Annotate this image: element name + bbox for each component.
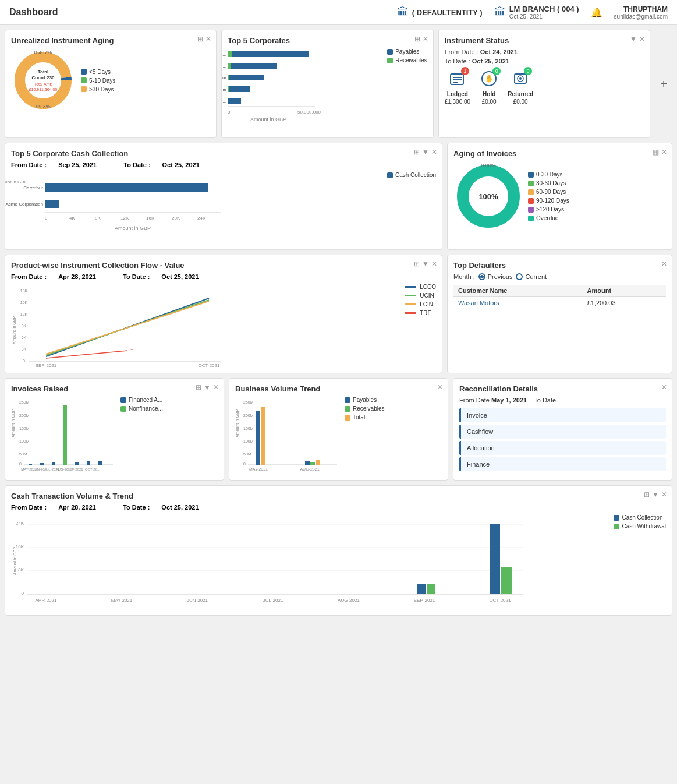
close-icon-def[interactable]: ✕ (661, 260, 667, 268)
radio-current[interactable]: Current (516, 273, 547, 280)
ct-date-row: From Date : Apr 28, 2021 To Date : Oct 2… (11, 504, 666, 511)
svg-rect-73 (29, 464, 32, 465)
svg-text:APR-2021: APR-2021 (36, 598, 57, 603)
svg-text:150M: 150M (243, 426, 254, 430)
recon-cashflow[interactable]: Cashflow (459, 425, 666, 439)
svg-rect-78 (98, 461, 102, 465)
svg-text:16K: 16K (16, 544, 24, 549)
def-title: Top Defaulters (453, 261, 666, 270)
grid-icon-ct[interactable]: ⊞ (644, 490, 650, 499)
svg-rect-13 (228, 86, 229, 92)
customer-name: Wasan Motors (453, 297, 583, 309)
bank-icon-1: 🏛 (397, 6, 409, 19)
returned-amount: £0.00 (513, 98, 528, 105)
prod-legend-lcco: LCCO (405, 284, 436, 290)
svg-rect-116 (417, 584, 426, 594)
svg-text:AUG-2021: AUG-2021 (338, 598, 360, 603)
widget-actions-prod: ⊞ ▼ ✕ (414, 260, 437, 268)
recon-finance[interactable]: Finance (459, 457, 666, 471)
ct-from-date: Apr 28, 2021 (58, 504, 96, 511)
close-icon-ct[interactable]: ✕ (661, 490, 667, 499)
total-amt: Total Amt: £10,911,364.00 (27, 81, 59, 91)
row-1: ⊞ ✕ Unrealized Instrument Aging Total Co… (5, 30, 672, 138)
grid-icon-aging[interactable]: ⊞ (197, 35, 203, 43)
entity2-name[interactable]: LM BRANCH ( 004 ) (509, 5, 579, 13)
cash-legend-dot (387, 172, 393, 178)
ct-to-date: Oct 25, 2021 (161, 504, 199, 511)
svg-text:6K: 6K (22, 336, 27, 340)
close-icon-inv[interactable]: ✕ (213, 383, 219, 391)
svg-text:Amount in GBP: Amount in GBP (250, 116, 286, 122)
bar-icon-aginv[interactable]: ▦ (653, 148, 659, 156)
top5-legend-receivables: Receivables (387, 57, 427, 63)
total-count: Total Count:230 (27, 69, 59, 82)
aginv-title: Aging of Invoices (453, 149, 666, 158)
customer-amount: £1,200.03 (583, 297, 666, 309)
top-pct: 0.407% (34, 50, 52, 55)
svg-rect-35 (45, 200, 59, 208)
instr-lodged[interactable]: 1 Lodged £1,300.00 (445, 69, 471, 105)
svg-text:20K: 20K (172, 216, 180, 221)
filter-icon-instr[interactable]: ▼ (630, 35, 637, 43)
close-icon-bvt[interactable]: ✕ (437, 383, 443, 391)
instr-hold[interactable]: ✋ 0 Hold £0.00 (480, 69, 498, 105)
legend-label-2: 5-10 Days (89, 77, 116, 84)
col-customer: Customer Name (453, 285, 583, 297)
recon-invoice[interactable]: Invoice (459, 408, 666, 422)
svg-rect-4 (228, 51, 232, 57)
svg-rect-16 (228, 98, 228, 104)
top5-chart: Wasan Mot... Future Gro... Carrefour Dan… (228, 48, 382, 132)
legend-item-1: <5 Days (81, 69, 116, 75)
col-amount: Amount (583, 285, 666, 297)
close-icon-cash[interactable]: ✕ (431, 148, 437, 156)
grid-icon-prod[interactable]: ⊞ (414, 260, 420, 268)
row-2: ⊞ ▼ ✕ Top 5 Corporate Cash Collection Fr… (5, 143, 672, 250)
widget-actions-recon: ✕ (661, 383, 667, 391)
aginv-legend-120plus: >120 Days (528, 206, 569, 213)
bell-icon[interactable]: 🔔 (591, 7, 602, 18)
close-icon-recon[interactable]: ✕ (661, 383, 667, 391)
filter-icon-inv[interactable]: ▼ (204, 383, 211, 391)
prod-title: Product-wise Instrument Collection Flow … (11, 261, 436, 270)
close-icon-aginv[interactable]: ✕ (661, 148, 667, 156)
recon-allocation[interactable]: Allocation (459, 441, 666, 455)
close-icon-aging[interactable]: ✕ (205, 35, 211, 43)
entity1-name[interactable]: ( DEFAULTENTITY ) (412, 8, 483, 17)
add-widget-button[interactable]: + (655, 30, 672, 138)
def-month-label: Month : (453, 273, 475, 280)
svg-text:OCT-2021: OCT-2021 (490, 598, 511, 603)
svg-text:12K: 12K (20, 312, 28, 316)
grid-icon-top5[interactable]: ⊞ (414, 35, 420, 43)
close-icon-prod[interactable]: ✕ (431, 260, 437, 268)
prod-legend: LCCO UCIN LCIN TRF (405, 284, 436, 367)
filter-icon-prod[interactable]: ▼ (422, 260, 429, 268)
svg-rect-97 (316, 460, 320, 465)
radio-previous[interactable]: Previous (478, 273, 513, 280)
svg-text:8K: 8K (95, 216, 101, 221)
cash-legend: Cash Collection (387, 172, 436, 243)
instr-returned[interactable]: 0 Returned £0.00 (508, 69, 533, 105)
ct-chart-wrap: 24K 16K 8K 0 Amount in GBP APR-2021 MAY-… (11, 514, 666, 609)
user-info: THRUPTHAM sunildac@gmail.com (614, 5, 668, 20)
instr-returned-icon-wrap: 0 (511, 69, 530, 90)
grid-icon-inv[interactable]: ⊞ (196, 383, 201, 391)
grid-icon-cash[interactable]: ⊞ (414, 148, 420, 156)
bvt-legend: Payables Receivables Total (345, 397, 384, 474)
svg-text:+: + (130, 347, 133, 352)
widget-top5-corporates: ⊞ ✕ Top 5 Corporates Wasan Mot... Future… (221, 30, 433, 138)
close-icon-instr[interactable]: ✕ (639, 35, 645, 43)
svg-rect-12 (228, 86, 250, 92)
close-icon-top5[interactable]: ✕ (423, 35, 428, 43)
filter-icon-ct[interactable]: ▼ (652, 490, 659, 499)
cash-chart: Amount in GBP Carrefour Acme Corporation… (11, 172, 382, 243)
def-month-row: Month : Previous Current (453, 273, 666, 280)
widget-actions-inv: ⊞ ▼ ✕ (196, 383, 219, 391)
svg-rect-3 (228, 51, 309, 57)
table-row: Wasan Motors £1,200.03 (453, 297, 666, 309)
bvt-content: 250M 200M 150M 100M 50M 0 Amount in GBP (235, 397, 442, 474)
widget-unrealized-aging: ⊞ ✕ Unrealized Instrument Aging Total Co… (5, 30, 217, 138)
recon-date-row: From Date May 1, 2021 To Date (459, 397, 666, 404)
filter-icon-cash[interactable]: ▼ (422, 148, 429, 156)
legend-dot-3 (81, 86, 87, 92)
returned-label: Returned (508, 91, 533, 97)
